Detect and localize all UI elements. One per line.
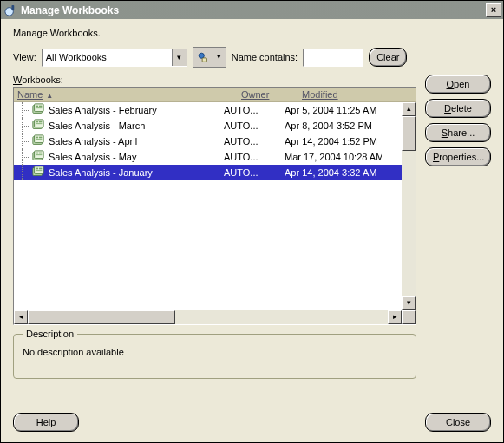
manage-workbooks-dialog: Manage Workbooks × Manage Workbooks. Vie… [0,0,504,443]
workbook-modified: Apr 14, 2004 1:52 PM [281,136,382,147]
workbook-icon [31,166,49,179]
description-group: Description No description available [13,334,416,379]
share-button[interactable]: Share... [425,123,491,142]
view-label: View: [13,52,36,62]
delete-button[interactable]: Delete [425,99,491,118]
hscroll-thumb[interactable] [28,310,175,324]
workbook-owner: AUTO... [220,121,281,131]
table-row[interactable]: Sales Analysis - AprilAUTO...Apr 14, 200… [14,134,402,149]
vertical-scrollbar[interactable]: ▴ ▾ [402,102,416,310]
workbooks-label: Workbooks: [13,75,416,85]
workbook-owner: AUTO... [220,136,281,147]
workbook-icon [31,150,49,164]
workbook-name: Sales Analysis - April [49,136,137,147]
help-button[interactable]: Help [13,413,79,432]
horizontal-scrollbar[interactable]: ◂ ▸ [14,310,416,324]
workbooks-grid: Name▲ Owner Modified Sales Analysis - Fe… [13,87,416,325]
refresh-icon[interactable] [193,47,213,68]
svg-rect-16 [36,137,38,139]
description-text: No description available [23,347,407,357]
refresh-dropdown-icon[interactable]: ▾ [213,47,226,68]
view-combo[interactable]: All Workbooks ▾ [42,49,187,67]
svg-rect-28 [36,170,42,171]
description-legend: Description [23,329,77,339]
workbook-icon [31,119,49,133]
col-header-modified[interactable]: Modified [298,88,399,101]
table-row[interactable]: Sales Analysis - FebruaryAUTO...Apr 5, 2… [14,102,402,118]
tree-indent [14,118,31,134]
svg-point-2 [199,53,204,58]
svg-rect-17 [39,137,43,139]
scroll-up-icon[interactable]: ▴ [402,102,416,116]
workbook-name: Sales Analysis - May [49,152,136,162]
tree-indent [14,102,31,118]
close-button[interactable]: Close [425,413,491,432]
name-contains-input[interactable] [303,49,363,67]
svg-rect-18 [36,139,42,140]
table-row[interactable]: Sales Analysis - MayAUTO...Mar 17, 2004 … [14,149,402,165]
workbook-modified: Mar 17, 2004 10:28 AM [281,152,382,162]
close-icon[interactable]: × [486,3,501,17]
table-row[interactable]: Sales Analysis - MarchAUTO...Apr 8, 2004… [14,118,402,134]
workbook-modified: Apr 8, 2004 3:52 PM [281,121,382,131]
workbook-owner: AUTO... [220,152,281,162]
workbook-modified: Apr 14, 2004 3:32 AM [281,167,382,178]
scroll-right-icon[interactable]: ▸ [388,310,402,324]
tree-indent [14,165,31,180]
svg-rect-13 [36,123,42,124]
svg-rect-27 [39,168,43,170]
svg-rect-6 [36,106,38,107]
svg-rect-23 [36,154,42,155]
tree-indent [14,149,31,165]
svg-rect-1 [11,5,14,10]
workbook-modified: Apr 5, 2004 11:25 AM [281,105,382,115]
action-buttons: Open Delete Share... Properties... [425,75,491,379]
chevron-down-icon[interactable]: ▾ [172,49,187,66]
titlebar: Manage Workbooks × [1,1,503,19]
view-combo-value: All Workbooks [43,52,172,62]
dialog-subtitle: Manage Workbooks. [13,28,491,38]
workbook-name: Sales Analysis - February [49,105,157,115]
svg-rect-26 [36,168,38,170]
tree-indent [14,134,31,149]
workbook-name: Sales Analysis - March [49,121,145,131]
clear-button[interactable]: Clear [369,48,407,67]
svg-rect-7 [39,106,43,107]
workbook-name: Sales Analysis - January [49,167,153,178]
scroll-thumb[interactable] [402,116,416,151]
svg-rect-22 [39,153,43,154]
svg-rect-21 [36,153,38,154]
dialog-footer: Help Close [13,413,491,432]
workbook-owner: AUTO... [220,105,281,115]
dialog-title: Manage Workbooks [21,4,486,16]
svg-rect-3 [202,58,206,62]
scroll-down-icon[interactable]: ▾ [402,296,416,310]
name-contains-label: Name contains: [232,52,298,62]
scroll-corner [402,310,416,324]
table-row[interactable]: Sales Analysis - JanuaryAUTO...Apr 14, 2… [14,165,402,180]
col-header-owner[interactable]: Owner [238,88,298,101]
workbook-icon [31,134,49,148]
app-icon [4,3,17,16]
col-header-name[interactable]: Name▲ [14,88,238,101]
scroll-left-icon[interactable]: ◂ [14,310,28,324]
svg-rect-11 [36,121,38,123]
svg-rect-8 [36,107,42,108]
grid-body: Sales Analysis - FebruaryAUTO...Apr 5, 2… [14,102,416,324]
svg-rect-12 [39,121,43,123]
open-button[interactable]: Open [425,75,491,94]
workbook-icon [31,103,49,117]
workbook-owner: AUTO... [220,167,281,178]
grid-header[interactable]: Name▲ Owner Modified [14,88,416,102]
properties-button[interactable]: Properties... [425,147,491,166]
filter-bar: View: All Workbooks ▾ ▾ Name contains: C… [13,47,491,68]
